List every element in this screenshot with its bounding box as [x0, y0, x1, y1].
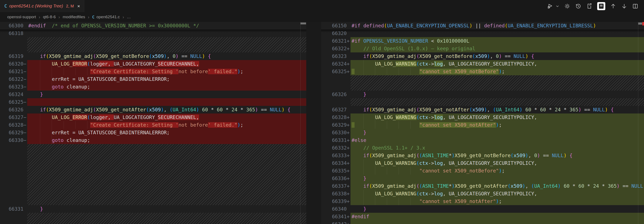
line-content[interactable]: if(X509_gmtime_adj((ASN1_TIME*)X509_get0… — [350, 182, 644, 190]
open-changes-icon[interactable] — [586, 3, 592, 9]
line-number[interactable]: 66324 — [321, 60, 347, 68]
line-number[interactable]: 66150 — [321, 22, 347, 29]
line-number[interactable]: 66321 — [0, 68, 24, 75]
line-content[interactable]: UA_LOG_ERROR(logger, UA_LOGCATEGORY_SECU… — [27, 60, 306, 68]
line-number[interactable]: 66319 — [0, 52, 24, 60]
line-number[interactable]: 66337 — [321, 182, 347, 190]
line-content[interactable]: } — [350, 91, 644, 98]
line-number[interactable]: 66327 — [321, 106, 347, 113]
line-number[interactable]: 66324 — [0, 91, 24, 98]
line-content[interactable]: if(X509_gmtime_adj(X509_get_notAfter(x50… — [350, 106, 644, 113]
line-number[interactable]: 66322 — [321, 45, 347, 52]
line-content[interactable] — [350, 221, 644, 224]
scrollbar-slider[interactable] — [638, 22, 642, 25]
line-number[interactable]: 66322 — [0, 75, 24, 83]
line-content[interactable]: // OpenSSL 1.1+ / 3.x — [350, 144, 644, 152]
line-number[interactable]: 66325 — [0, 98, 24, 106]
line-content[interactable]: "cannot set X509_notAfter"); — [350, 198, 644, 205]
line-content[interactable] — [27, 29, 306, 37]
line-number[interactable]: 66335 — [321, 167, 347, 175]
line-number[interactable]: 66342 — [321, 221, 347, 224]
line-number[interactable]: 66318 — [0, 29, 24, 37]
line-number[interactable]: 66332 — [321, 144, 347, 152]
diff-editor-original[interactable]: 66300#endif /* end of OPENSSL_VERSION_NU… — [0, 22, 306, 224]
line-content[interactable]: if(X509_gmtime_adj((ASN1_TIME*)X509_get0… — [350, 152, 644, 159]
tab-open62541[interactable]: C open62541.c (Working Tree) 2, M × — [0, 0, 84, 12]
line-content[interactable]: } — [27, 205, 306, 213]
line-content[interactable]: UA_LOG_ERROR(logger, UA_LOGCATEGORY_SECU… — [27, 113, 306, 121]
line-content[interactable]: #endif — [350, 213, 644, 221]
history-icon[interactable] — [575, 3, 582, 9]
line-content[interactable]: if(X509_gmtime_adj(X509_get_notAfter(x50… — [27, 106, 306, 113]
line-content[interactable]: "Create Certificate: Setting 'not before… — [27, 68, 306, 75]
line-number[interactable]: 66339 — [321, 198, 347, 205]
line-content[interactable]: } — [350, 129, 644, 136]
render-whitespace-toggle[interactable] — [597, 2, 605, 10]
line-number[interactable]: 66341 — [321, 213, 347, 221]
line-number[interactable]: 66328 — [321, 113, 347, 121]
line-number[interactable]: 66333 — [321, 152, 347, 159]
line-content[interactable]: errRet = UA_STATUSCODE_BADINTERNALERROR; — [27, 75, 306, 83]
line-content[interactable]: if(X509_gmtime_adj(X509_get_notBefore(x5… — [27, 52, 306, 60]
line-number[interactable]: 66334 — [321, 159, 347, 167]
line-number[interactable]: 66320 — [321, 29, 347, 37]
line-content[interactable]: } — [350, 205, 644, 213]
line-number[interactable]: 66300 — [0, 22, 24, 29]
line-content[interactable]: errRet = UA_STATUSCODE_BADINTERNALERROR; — [27, 129, 306, 136]
line-content[interactable]: UA_LOG_WARNING(ctx->log, UA_LOGCATEGORY_… — [350, 190, 644, 198]
scrollbar-track[interactable] — [300, 22, 300, 224]
close-icon[interactable]: × — [77, 3, 80, 9]
diff-editor-modified[interactable]: 66150#if defined(UA_ENABLE_ENCRYPTION_OP… — [321, 22, 644, 224]
line-number[interactable]: 66321 — [321, 37, 347, 45]
breadcrumb-item[interactable]: openssl-support — [7, 15, 36, 19]
line-content[interactable] — [350, 29, 644, 37]
line-number[interactable]: 66330 — [0, 136, 24, 144]
gear-icon[interactable] — [564, 3, 570, 9]
line-number[interactable]: 66329 — [321, 121, 347, 129]
line-content[interactable]: #if defined(UA_ENABLE_ENCRYPTION_OPENSSL… — [350, 22, 644, 29]
line-number[interactable]: 66328 — [0, 121, 24, 129]
breadcrumb-item-file[interactable]: C open62541.c — [92, 15, 120, 19]
line-content[interactable]: "cannot set X509_notBefore"); — [350, 167, 644, 175]
line-content[interactable]: "Create Certificate: Setting 'not before… — [27, 121, 306, 129]
line-content[interactable]: UA_LOG_WARNING(ctx->log, UA_LOGCATEGORY_… — [350, 113, 644, 121]
line-content[interactable] — [27, 98, 306, 106]
line-number[interactable]: 66320 — [0, 60, 24, 68]
line-content[interactable]: // Old OpenSSL (1.0.x) — keep original — [350, 45, 644, 52]
line-number[interactable]: 66331 — [321, 136, 347, 144]
line-content[interactable]: "cannot set X509_notBefore"); — [350, 68, 644, 75]
scrollbar-slider[interactable] — [300, 22, 306, 24]
line-number[interactable]: 66325 — [321, 68, 347, 75]
previous-change-icon[interactable] — [610, 3, 616, 9]
chevron-down-icon[interactable] — [556, 4, 559, 8]
line-number[interactable]: 66338 — [321, 190, 347, 198]
line-content[interactable]: "cannot set X509_notAfter"); — [350, 121, 644, 129]
line-content[interactable]: } — [27, 91, 306, 98]
line-number[interactable]: 66336 — [321, 175, 347, 182]
breadcrumb-item[interactable]: modifiedfiles — [63, 15, 85, 19]
line-content[interactable]: goto cleanup; — [27, 136, 306, 144]
line-content[interactable]: } — [350, 175, 644, 182]
breadcrumb-item[interactable]: qt6-8-6 — [43, 15, 56, 19]
next-change-icon[interactable] — [621, 3, 628, 9]
line-content[interactable]: goto cleanup; — [27, 83, 306, 91]
breadcrumb-item-symbol[interactable]: … — [127, 15, 131, 19]
line-content[interactable]: if(X509_gmtime_adj(X509_get_notBefore(x5… — [350, 52, 644, 60]
line-content[interactable]: #else — [350, 136, 644, 144]
line-content[interactable]: #if OPENSSL_VERSION_NUMBER < 0x10100000L — [350, 37, 644, 45]
line-content[interactable]: UA_LOG_WARNING(ctx->log, UA_LOGCATEGORY_… — [350, 159, 644, 167]
line-content[interactable]: UA_LOG_WARNING(ctx->log, UA_LOGCATEGORY_… — [350, 60, 644, 68]
line-number[interactable]: 66323 — [0, 83, 24, 91]
line-number[interactable]: 66340 — [321, 205, 347, 213]
line-number[interactable]: 66327 — [0, 113, 24, 121]
debug-alt-icon[interactable] — [547, 3, 554, 9]
split-editor-icon[interactable] — [632, 3, 638, 9]
line-number[interactable]: 66323 — [321, 52, 347, 60]
line-number[interactable]: 66331 — [0, 205, 24, 213]
editor-sash[interactable] — [306, 22, 321, 224]
scrollbar-track[interactable] — [638, 22, 638, 224]
line-number[interactable]: 66326 — [321, 91, 347, 98]
line-number[interactable]: 66329 — [0, 129, 24, 136]
line-content[interactable]: #endif /* end of OPENSSL_VERSION_NUMBER … — [27, 22, 306, 29]
line-number[interactable]: 66326 — [0, 106, 24, 113]
